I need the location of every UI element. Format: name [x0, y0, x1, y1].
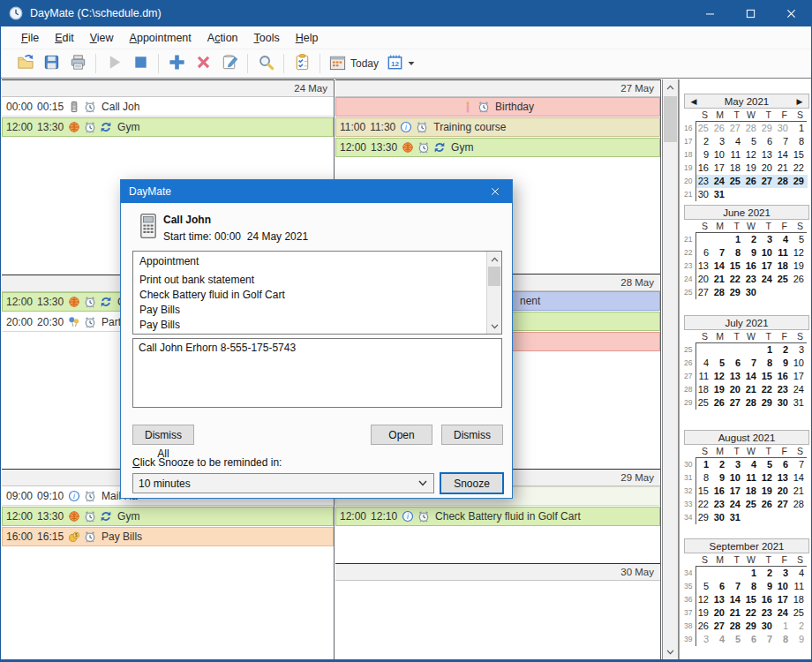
calendar-day[interactable]: 4 — [776, 233, 792, 246]
calendar-day[interactable]: 20 — [776, 485, 792, 498]
calendar-day[interactable]: 1 — [744, 567, 760, 580]
menu-item-help[interactable]: Help — [288, 28, 327, 48]
calendar-day[interactable]: 29 — [728, 286, 744, 299]
appointment-row[interactable]: 12:0012:10iCheck Battery fluid in Golf C… — [335, 507, 660, 526]
calendar-day[interactable]: 25 — [696, 122, 712, 135]
calendar-day[interactable]: 17 — [728, 485, 744, 498]
calendar-day[interactable]: 14 — [792, 471, 808, 485]
menu-item-appointment[interactable]: Appointment — [122, 28, 199, 48]
calendar-day[interactable]: 5 — [712, 357, 728, 370]
calendar-day[interactable]: 21 — [712, 273, 728, 286]
calendar-day[interactable]: 20 — [712, 606, 728, 620]
calendar-day[interactable]: 29 — [760, 396, 776, 410]
delete-appointment-button[interactable] — [190, 51, 216, 76]
calendar-day[interactable]: 1 — [728, 233, 744, 246]
task-list-button[interactable] — [289, 51, 315, 76]
dismiss-button[interactable]: Dismiss — [441, 425, 503, 445]
calendar-day[interactable]: 16 — [744, 260, 760, 273]
calendar-day[interactable]: 17 — [712, 162, 728, 175]
calendar-day[interactable]: 5 — [696, 580, 712, 593]
calendar-day[interactable]: 27 — [728, 122, 744, 135]
prev-month-icon[interactable]: ◀ — [687, 94, 701, 108]
calendar-day[interactable]: 30 — [712, 511, 728, 524]
calendar-day[interactable]: 30 — [760, 620, 776, 633]
reminder-list-item[interactable]: Pay Bills — [139, 318, 486, 333]
reminder-list-item[interactable]: Check Battery fluid in Golf Cart — [139, 288, 486, 303]
calendar-day[interactable]: 29 — [792, 175, 808, 188]
calendar-day[interactable]: 28 — [776, 175, 792, 188]
calendar-day[interactable]: 8 — [728, 246, 744, 260]
calendar-day[interactable]: 28 — [712, 286, 728, 299]
calendar-day[interactable]: 9 — [792, 633, 808, 646]
search-button[interactable] — [252, 51, 279, 76]
calendar-day[interactable]: 20 — [760, 162, 776, 175]
calendar-day[interactable]: 9 — [776, 357, 792, 370]
calendar-day[interactable]: 9 — [744, 246, 760, 260]
calendar-day[interactable]: 18 — [696, 383, 712, 396]
calendar-day[interactable]: 22 — [728, 273, 744, 286]
appointment-row[interactable]: Birthday — [335, 97, 660, 117]
calendar-day[interactable]: 18 — [744, 485, 760, 498]
calendar-day[interactable]: 2 — [744, 233, 760, 246]
calendar-day[interactable]: 24 — [776, 606, 792, 620]
calendar-day[interactable]: 1 — [696, 458, 712, 471]
calendar-day[interactable]: 15 — [728, 260, 744, 273]
calendar-day[interactable]: 14 — [728, 593, 744, 606]
calendar-day[interactable]: 15 — [696, 485, 712, 498]
calendar-day[interactable]: 28 — [792, 498, 808, 511]
add-appointment-button[interactable] — [163, 51, 190, 76]
snooze-interval-select[interactable]: 10 minutes — [132, 473, 434, 493]
calendar-day[interactable]: 4 — [792, 567, 808, 580]
calendar-day[interactable]: 23 — [744, 273, 760, 286]
calendar-day[interactable]: 16 — [696, 162, 712, 175]
calendar-day[interactable]: 25 — [696, 396, 712, 410]
calendar-day[interactable]: 11 — [728, 148, 744, 162]
calendar-day[interactable]: 23 — [712, 498, 728, 511]
calendar-day[interactable]: 10 — [712, 148, 728, 162]
calendar-day[interactable]: 26 — [760, 498, 776, 511]
list-scroll-thumb[interactable] — [488, 267, 500, 286]
calendar-day[interactable]: 23 — [696, 175, 712, 188]
calendar-day[interactable]: 27 — [696, 286, 712, 299]
snooze-button[interactable]: Snooze — [440, 472, 504, 494]
calendar-day[interactable]: 14 — [776, 148, 792, 162]
appointment-row[interactable]: 16:0016:15$Pay Bills — [2, 527, 334, 546]
reminder-list-item[interactable]: Appointment — [139, 254, 486, 269]
calendar-day[interactable]: 7 — [712, 246, 728, 260]
calendar-day[interactable]: 23 — [760, 606, 776, 620]
list-scrollbar[interactable] — [486, 252, 501, 334]
calendar-day[interactable]: 19 — [696, 606, 712, 620]
calendar-day[interactable]: 22 — [792, 162, 808, 175]
today-button[interactable]: Today — [325, 51, 382, 76]
calendar-day[interactable]: 11 — [696, 370, 712, 383]
calendar-day[interactable]: 27 — [760, 175, 776, 188]
calendar-day[interactable]: 30 — [696, 188, 712, 201]
calendar-day[interactable]: 26 — [792, 273, 808, 286]
open-button[interactable] — [11, 51, 38, 76]
menu-item-edit[interactable]: Edit — [47, 28, 82, 48]
calendar-day[interactable]: 14 — [712, 260, 728, 273]
stop-button[interactable] — [127, 51, 154, 76]
calendar-day[interactable]: 3 — [728, 458, 744, 471]
next-month-icon[interactable]: ▶ — [793, 94, 807, 108]
calendar-day[interactable]: 2 — [792, 620, 808, 633]
menu-item-tools[interactable]: Tools — [246, 28, 288, 48]
list-scroll-down-icon[interactable] — [487, 319, 501, 334]
calendar-day[interactable]: 27 — [776, 498, 792, 511]
dropdown-caret-icon[interactable] — [408, 61, 415, 66]
calendar-day[interactable]: 25 — [792, 606, 808, 620]
close-button[interactable] — [771, 0, 811, 26]
calendar-day[interactable]: 2 — [696, 135, 712, 148]
calendar-day[interactable]: 6 — [744, 633, 760, 646]
calendar-day[interactable]: 10 — [792, 357, 808, 370]
calendar-day[interactable]: 28 — [744, 396, 760, 410]
calendar-day[interactable]: 8 — [696, 471, 712, 485]
calendar-day[interactable]: 6 — [728, 357, 744, 370]
calendar-day[interactable]: 6 — [696, 246, 712, 260]
calendar-day[interactable]: 24 — [712, 175, 728, 188]
calendar-day[interactable]: 17 — [760, 260, 776, 273]
save-button[interactable] — [38, 51, 64, 76]
calendar-day[interactable]: 29 — [744, 620, 760, 633]
calendar-day[interactable]: 1 — [776, 620, 792, 633]
calendar-day[interactable]: 21 — [776, 162, 792, 175]
